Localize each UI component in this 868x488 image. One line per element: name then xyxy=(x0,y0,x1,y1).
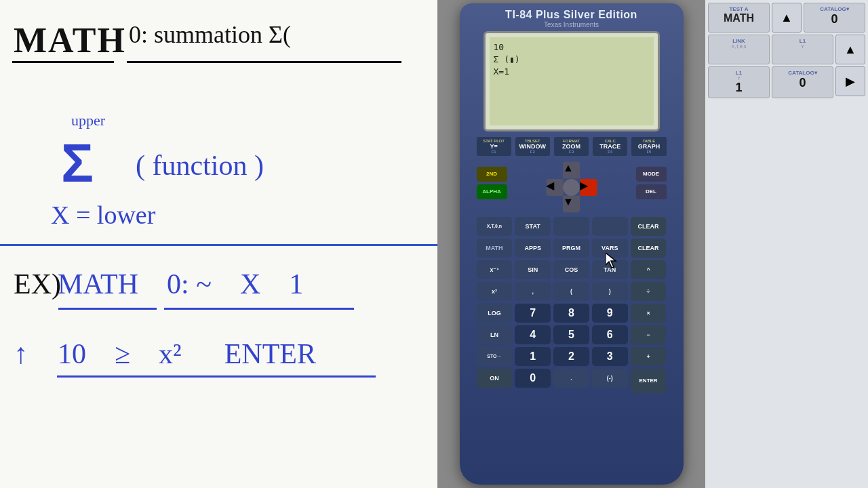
key-on[interactable]: ON xyxy=(477,369,513,388)
key-alpha[interactable]: ALPHA xyxy=(477,184,507,199)
bottom-10: 10 xyxy=(58,338,86,369)
catalog-value-1: 0 xyxy=(808,12,861,26)
key-cos[interactable]: COS xyxy=(553,260,589,279)
screen-line-3: X=1 xyxy=(494,66,650,78)
underline-math2 xyxy=(58,308,157,310)
x-lower-label: X = lower xyxy=(51,200,155,230)
ex-1: 1 xyxy=(289,268,303,300)
key-dot[interactable]: . xyxy=(553,369,589,388)
calculator-body: TI-84 Plus Silver Edition Texas Instrume… xyxy=(460,3,684,485)
main-keys: X,T,θ,n STAT CLEAR MATH APPS PRGM VARS C… xyxy=(477,217,667,393)
ex-label: EX) xyxy=(14,268,61,300)
arrow-up-icon: ▲ xyxy=(781,11,793,25)
arrow-up-icon-2: ▲ xyxy=(844,43,856,57)
key-mode[interactable]: MODE xyxy=(636,167,667,182)
ex-x: X xyxy=(240,268,260,300)
key-apps[interactable]: APPS xyxy=(515,239,551,258)
key-tan[interactable]: TAN xyxy=(592,260,628,279)
catalog-value-2: 0 xyxy=(776,76,829,90)
function-keys-row: STAT PLOT Y= F1 TBLSET WINDOW F2 FORMAT … xyxy=(477,137,667,156)
calc-screen: 10 Σ (▮) X=1 xyxy=(490,37,654,125)
l1-label-2: L1 xyxy=(713,70,765,76)
dpad-right[interactable]: ▶ xyxy=(580,179,597,196)
rp-test-math: TEST A MATH xyxy=(708,3,770,33)
math-title: MATH xyxy=(14,20,126,60)
key-9[interactable]: 9 xyxy=(592,304,628,323)
calc-brand: Texas Instruments xyxy=(505,21,637,28)
func-key-zoom[interactable]: FORMAT ZOOM F3 xyxy=(554,137,589,156)
rp-arrow-right[interactable]: ▶ xyxy=(835,66,865,96)
func-key-trace[interactable]: CALC TRACE F4 xyxy=(593,137,627,156)
sigma-symbol: Σ xyxy=(61,132,94,195)
left-nav-keys: 2ND ALPHA xyxy=(477,167,507,199)
func-key-y[interactable]: STAT PLOT Y= F1 xyxy=(477,137,511,156)
key-clear[interactable]: CLEAR xyxy=(631,217,667,236)
rp-catalog-0-2: CATALOG▾ 0 xyxy=(772,66,833,98)
key-log[interactable]: LOG xyxy=(477,304,513,323)
bottom-x2: x² xyxy=(159,338,182,369)
func-key-window[interactable]: TBLSET WINDOW F2 xyxy=(515,137,550,156)
dpad: ▲ ▼ ◀ ▶ xyxy=(546,162,597,213)
nav-area: 2ND ALPHA ▲ ▼ ◀ ▶ MODE DEL xyxy=(477,160,667,214)
key-vars[interactable]: VARS xyxy=(592,239,628,258)
bottom-enter: ENTER xyxy=(224,338,316,369)
func-key-graph[interactable]: TABLE GRAPH F5 xyxy=(631,137,666,156)
underline-bottom xyxy=(57,375,376,378)
key-5[interactable]: 5 xyxy=(553,325,589,344)
rp-row-1: TEST A MATH ▲ CATALOG▾ 0 xyxy=(708,3,865,33)
l1-value: 1 xyxy=(713,81,765,95)
key-sto[interactable]: STO→ xyxy=(477,347,513,366)
key-6[interactable]: 6 xyxy=(592,325,628,344)
key-divide[interactable]: ÷ xyxy=(631,282,667,301)
key-math[interactable]: MATH xyxy=(477,239,513,258)
l1-sublabel-2: Y xyxy=(713,76,765,81)
dpad-up[interactable]: ▲ xyxy=(563,162,580,179)
key-clear2[interactable]: CLEAR xyxy=(631,239,667,258)
rp-l1-value: L1 Y 1 xyxy=(708,66,770,98)
key-0[interactable]: 0 xyxy=(515,369,551,388)
key-del[interactable]: DEL xyxy=(636,184,667,199)
key-2nd[interactable]: 2ND xyxy=(477,167,507,182)
dpad-left[interactable]: ◀ xyxy=(546,179,563,196)
rp-l1-y-cell: L1 Y xyxy=(772,35,833,64)
arrow-right-icon: ▶ xyxy=(846,74,855,89)
right-panel: TEST A MATH ▲ CATALOG▾ 0 LINK X,T,θ,n L1… xyxy=(705,0,868,488)
ex-content: MATH 0: ~ X 1 xyxy=(58,268,303,300)
math-value: MATH xyxy=(724,12,754,24)
calc-screen-outer: 10 Σ (▮) X=1 xyxy=(484,31,660,131)
dpad-down[interactable]: ▼ xyxy=(563,196,580,213)
key-2[interactable]: 2 xyxy=(553,347,589,366)
key-comma[interactable]: , xyxy=(515,282,551,301)
key-x2[interactable]: x² xyxy=(477,282,513,301)
whiteboard: MATH 0: summation Σ( upper Σ ( function … xyxy=(0,0,437,488)
upper-label: upper xyxy=(71,112,105,129)
key-1[interactable]: 1 xyxy=(515,347,551,366)
key-rparen[interactable]: ) xyxy=(592,282,628,301)
key-xinv[interactable]: x⁻¹ xyxy=(477,260,513,279)
key-7[interactable]: 7 xyxy=(515,304,551,323)
rp-arrow-up-2[interactable]: ▲ xyxy=(835,35,865,64)
key-ln[interactable]: LN xyxy=(477,325,513,344)
key-mult[interactable]: × xyxy=(631,304,667,323)
key-stat[interactable]: STAT xyxy=(515,217,551,236)
key-enter[interactable]: ENTER xyxy=(631,369,667,393)
key-plus[interactable]: + xyxy=(631,347,667,366)
test-label: TEST A xyxy=(713,6,765,12)
rp-arrow-up-1[interactable]: ▲ xyxy=(772,3,802,33)
link-label: LINK xyxy=(713,38,765,44)
key-power[interactable]: ^ xyxy=(631,260,667,279)
key-4[interactable]: 4 xyxy=(515,325,551,344)
key-xintn[interactable]: X,T,θ,n xyxy=(477,217,513,236)
catalog-label-1: CATALOG▾ xyxy=(808,6,861,12)
key-8[interactable]: 8 xyxy=(553,304,589,323)
key-3[interactable]: 3 xyxy=(592,347,628,366)
key-lparen[interactable]: ( xyxy=(553,282,589,301)
key-sin[interactable]: SIN xyxy=(515,260,551,279)
key-neg[interactable]: (-) xyxy=(592,369,628,388)
underline-summation xyxy=(127,61,401,63)
l1-label: L1 xyxy=(776,38,829,44)
key-prgm[interactable]: PRGM xyxy=(553,239,589,258)
arrow-symbol: ↑ xyxy=(14,338,28,370)
key-minus[interactable]: − xyxy=(631,325,667,344)
ex-math: MATH xyxy=(58,268,138,300)
